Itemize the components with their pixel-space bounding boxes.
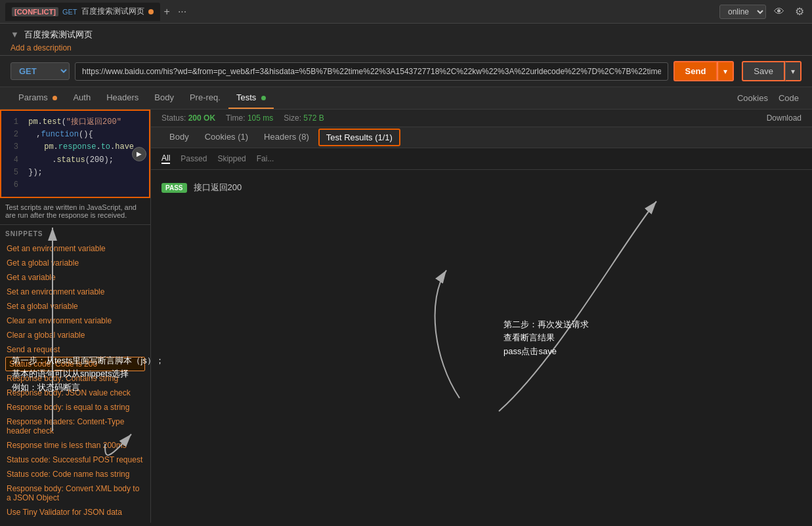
snippet-status-name[interactable]: Status code: Code name has string — [5, 467, 145, 481]
run-test-button[interactable]: ▶ — [132, 147, 146, 161]
save-dropdown-button[interactable]: ▾ — [785, 61, 801, 81]
resp-tab-headers[interactable]: Headers (8) — [256, 128, 317, 147]
params-dot — [53, 96, 57, 100]
snippet-send-req[interactable]: Send a request — [5, 342, 145, 357]
send-dropdown-button[interactable]: ▾ — [717, 61, 734, 81]
response-size: Size: 572 B — [284, 113, 324, 123]
caret-icon: ▼ — [11, 30, 19, 39]
snippet-header-check[interactable]: Response headers: Content-Type header ch… — [5, 415, 145, 438]
resp-tab-test-results[interactable]: Test Results (1/1) — [318, 129, 400, 146]
pass-badge: PASS — [161, 183, 187, 193]
url-bar: GET POST PUT DELETE Send ▾ Save ▾ — [0, 56, 812, 87]
snippet-clear-env[interactable]: Clear an environment variable — [5, 314, 145, 328]
tab-unsaved-dot — [148, 9, 154, 14]
snippet-tiny-validator[interactable]: Use Tiny Validator for JSON data — [5, 505, 145, 519]
request-tabs-row: Params Auth Headers Body Pre-req. Tests … — [0, 87, 812, 110]
collection-title: ▼ 百度搜索测试网页 — [11, 29, 801, 41]
add-description-link[interactable]: Add a description — [11, 43, 801, 52]
code-line-5: 5 }); — [7, 167, 144, 179]
snippet-body-equal[interactable]: Response body: is equal to a string — [5, 400, 145, 415]
download-button[interactable]: Download — [767, 113, 801, 123]
snippet-set-global[interactable]: Set a global variable — [5, 299, 145, 314]
response-tabs: Body Cookies (1) Headers (8) Test Result… — [151, 127, 812, 148]
active-tab[interactable]: [CONFLICT] GET 百度搜索测试网页 — [5, 3, 160, 21]
tab-tests[interactable]: Tests — [228, 87, 274, 109]
method-select[interactable]: GET POST PUT DELETE — [11, 62, 70, 80]
send-button[interactable]: Send — [673, 61, 718, 81]
snippet-post-success[interactable]: Status code: Successful POST request — [5, 453, 145, 467]
environment-select[interactable]: online offline — [719, 5, 766, 19]
snippet-set-env[interactable]: Set an environment variable — [5, 285, 145, 299]
snippet-get-env[interactable]: Get an environment variable — [5, 241, 145, 256]
settings-icon[interactable]: ⚙ — [792, 4, 807, 19]
code-line-4: 4 .status(200); — [7, 154, 144, 167]
conflict-badge: [CONFLICT] — [12, 7, 58, 16]
left-panel: 1 pm.test("接口返回200" 2 ,function(){ 3 pm.… — [0, 110, 151, 523]
new-tab-button[interactable]: + — [160, 6, 174, 18]
test-row: PASS 接口返回200 — [161, 178, 801, 197]
right-panel: Status: 200 OK Time: 105 ms Size: 572 B … — [151, 110, 812, 523]
tab-body[interactable]: Body — [146, 87, 182, 109]
url-input[interactable] — [75, 62, 668, 81]
response-time: Time: 105 ms — [226, 113, 273, 123]
test-code-editor[interactable]: 1 pm.test("接口返回200" 2 ,function(){ 3 pm.… — [0, 110, 150, 198]
filter-passed[interactable]: Passed — [181, 153, 207, 164]
filter-skipped[interactable]: Skipped — [217, 153, 246, 164]
snippet-clear-global[interactable]: Clear a global variable — [5, 328, 145, 342]
tab-auth[interactable]: Auth — [65, 87, 98, 109]
eye-icon[interactable]: 👁 — [771, 5, 787, 19]
response-status: Status: 200 OK — [161, 113, 215, 123]
tests-dot — [261, 96, 266, 100]
snippet-get-var[interactable]: Get a variable — [5, 270, 145, 285]
code-link[interactable]: Code — [776, 88, 801, 108]
more-tabs-button[interactable]: ··· — [174, 6, 190, 18]
tab-prereq[interactable]: Pre-req. — [182, 87, 228, 109]
snippet-body-contains[interactable]: Response body: Contains string — [5, 371, 145, 386]
cookies-link[interactable]: Cookies — [735, 88, 771, 108]
filter-failed[interactable]: Fai... — [257, 153, 274, 164]
snippets-section: SNIPPETS Get an environment variable Get… — [0, 225, 150, 523]
test-filter-bar: All Passed Skipped Fai... — [151, 148, 812, 170]
snippet-body-json[interactable]: Response body: JSON value check — [5, 386, 145, 400]
save-button[interactable]: Save — [742, 61, 785, 81]
info-text: Test scripts are written in JavaScript, … — [0, 198, 150, 225]
snippet-status-200[interactable]: Status code: Code is 200 — [5, 357, 145, 371]
tab-bar: [CONFLICT] GET 百度搜索测试网页 + ··· online off… — [0, 0, 812, 24]
test-results-area: PASS 接口返回200 — [151, 170, 812, 205]
snippets-label: SNIPPETS — [5, 230, 145, 237]
code-line-6: 6 — [7, 179, 144, 192]
resp-tab-body[interactable]: Body — [161, 128, 197, 147]
tab-params[interactable]: Params — [11, 87, 65, 109]
snippet-body-xml[interactable]: Response body: Convert XML body to a JSO… — [5, 481, 145, 505]
header-area: ▼ 百度搜索测试网页 Add a description — [0, 24, 812, 56]
test-result-name: 接口返回200 — [194, 182, 242, 193]
tab-title: 百度搜索测试网页 — [81, 6, 144, 17]
code-line-2: 2 ,function(){ — [7, 129, 144, 141]
tab-method: GET — [62, 8, 77, 16]
resp-tab-cookies[interactable]: Cookies (1) — [197, 128, 256, 147]
snippet-get-global[interactable]: Get a global variable — [5, 256, 145, 270]
response-status-bar: Status: 200 OK Time: 105 ms Size: 572 B … — [151, 110, 812, 127]
tab-headers[interactable]: Headers — [98, 87, 146, 109]
code-line-1: 1 pm.test("接口返回200" — [7, 116, 144, 129]
cookies-code-area: Cookies Code — [735, 88, 801, 108]
code-line-3: 3 pm.response.to.have — [7, 141, 144, 153]
filter-all[interactable]: All — [161, 153, 170, 164]
snippet-resp-time[interactable]: Response time is less than 200ms — [5, 438, 145, 453]
